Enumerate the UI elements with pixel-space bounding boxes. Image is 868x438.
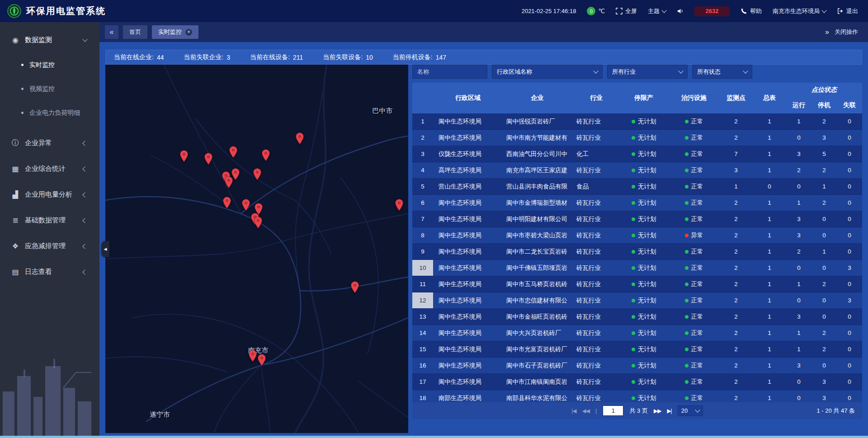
running-cell: 3	[786, 211, 811, 227]
map-pin[interactable]	[254, 217, 263, 229]
table-row[interactable]: 2 阆中生态环境局 阆中市南方节能建材有 砖瓦行业 无计划	[412, 130, 862, 146]
next-page-button[interactable]: ▶▶	[654, 408, 661, 414]
map-pin[interactable]	[351, 281, 359, 293]
map-pin[interactable]	[262, 149, 270, 161]
map-pin[interactable]	[395, 199, 403, 211]
monitors-cell: 2	[719, 260, 753, 276]
org-selector[interactable]: 南充市生态环境局	[773, 7, 826, 15]
name-filter-input[interactable]	[412, 65, 487, 79]
table-row[interactable]: 4 高坪生态环境局 南充市高坪区王家店建 砖瓦行业 无计划	[412, 162, 862, 179]
region-filter-select[interactable]: 行政区域名称	[492, 65, 603, 79]
fullscreen-button[interactable]: 全屏	[616, 7, 637, 15]
chevron-down-icon	[695, 407, 700, 412]
tab[interactable]: 实时监控 ×	[152, 25, 198, 39]
tab-scroll-left-button[interactable]: «	[105, 25, 118, 39]
table-row[interactable]: 14 阆中生态环境局 阆中大兴页岩机砖厂 砖瓦行业 无计划	[412, 325, 862, 341]
sidebar: ◉ 数据监测 实时监控 视频监控 企业	[0, 22, 99, 436]
map-pin[interactable]	[248, 350, 257, 362]
alarm-count[interactable]: 2632	[694, 6, 730, 16]
map-pin[interactable]	[253, 168, 261, 180]
stopped-cell: 0	[811, 309, 837, 325]
first-page-button[interactable]: |◀	[571, 408, 576, 414]
sidebar-item[interactable]: ▤ 日志查看	[0, 259, 99, 285]
region-cell: 南部生态环境局	[433, 390, 501, 402]
tab[interactable]: 首页	[123, 25, 147, 39]
chevron-icon	[82, 269, 87, 274]
sidebar-item[interactable]: ▦ 企业综合统计	[0, 156, 99, 182]
map-collapse-handle[interactable]: ◀	[101, 241, 109, 257]
table-row[interactable]: 15 阆中生态环境局 阆中市光富页岩机砖厂 砖瓦行业 无计划	[412, 341, 862, 358]
column-header-enterprise: 企业	[501, 83, 572, 113]
table-row[interactable]: 18 南部生态环境局 南部县科华水泥有限公 砖瓦行业 无计划	[412, 390, 862, 402]
map-pin[interactable]	[296, 132, 304, 145]
table-row[interactable]: 17 阆中生态环境局 阆中市江南镇阆南页岩 砖瓦行业 无计划	[412, 374, 862, 390]
table-row[interactable]: 11 阆中生态环境局 阆中市五马桥页岩机砖 砖瓦行业 无计划	[412, 276, 862, 292]
theme-selector[interactable]: 主题	[648, 7, 666, 15]
status-dot	[685, 234, 689, 237]
enterprise-cell: 阆中千佛镇五郎垭页岩	[501, 260, 572, 276]
map-pin[interactable]	[225, 176, 233, 188]
map-canvas[interactable]: 巴中市 南充市 遂宁市	[105, 65, 408, 433]
table-row[interactable]: 16 阆中生态环境局 阆中市石子页岩机砖厂 砖瓦行业 无计划	[412, 358, 862, 374]
industry-cell: 食品	[572, 179, 619, 194]
curtailment-cell: 无计划	[619, 260, 669, 276]
stopped-cell: 1	[811, 244, 837, 259]
table-row[interactable]: 10 阆中生态环境局 阆中千佛镇五郎垭页岩 砖瓦行业 无计划	[412, 260, 862, 276]
sidebar-item[interactable]: 实时监控	[0, 53, 99, 77]
table-row[interactable]: 8 阆中生态环境局 阆中市枣碧大梁山页岩 砖瓦行业 无计划	[412, 227, 862, 244]
sidebar-item[interactable]: ▟ 企业用电量分析	[0, 182, 99, 207]
last-page-button[interactable]: ▶|	[667, 408, 671, 414]
map-pin[interactable]	[223, 197, 231, 209]
page-size-select[interactable]: 20	[678, 405, 703, 416]
industry-filter-select[interactable]: 所有行业	[607, 65, 688, 79]
close-operations-button[interactable]: 关闭操作	[835, 28, 858, 36]
pin-icon	[253, 168, 261, 180]
sidebar-item[interactable]: ❖ 应急减排管理	[0, 233, 99, 259]
table-row[interactable]: 6 阆中生态环境局 阆中市金博瑞新型墙材 砖瓦行业 无计划	[412, 195, 862, 211]
curtailment-text: 无计划	[638, 280, 656, 288]
map-panel[interactable]: 巴中市 南充市 遂宁市	[105, 65, 408, 433]
tab-close-icon[interactable]: ×	[185, 29, 192, 36]
curtailment-cell: 无计划	[619, 162, 669, 178]
region-cell: 阆中生态环境局	[433, 130, 501, 146]
map-pin[interactable]	[180, 150, 189, 162]
sidebar-item[interactable]: ≣ 基础数据管理	[0, 207, 99, 233]
facility-text: 正常	[691, 280, 703, 288]
map-pin[interactable]	[229, 146, 237, 158]
sidebar-item[interactable]: ◉ 数据监测	[0, 27, 99, 53]
region-cell: 阆中生态环境局	[433, 309, 501, 325]
map-pin[interactable]	[204, 153, 212, 165]
table-row[interactable]: 13 阆中生态环境局 阆中市金福旺页岩机砖 砖瓦行业 无计划	[412, 309, 862, 325]
region-cell: 高坪生态环境局	[433, 162, 501, 178]
curtailment-text: 无计划	[638, 264, 656, 272]
table-row[interactable]: 12 阆中生态环境局 阆中市忠信建材有限公 砖瓦行业 无计划	[412, 292, 862, 309]
sidebar-item[interactable]: ⓘ 企业异常	[0, 130, 99, 156]
monitors-cell: 2	[719, 195, 753, 211]
table-row[interactable]: 9 阆中生态环境局 阆中市二龙长宝页岩砖 砖瓦行业 无计划	[412, 244, 862, 260]
tab-scroll-right-button[interactable]: »	[825, 28, 829, 36]
industry-cell: 砖瓦行业	[572, 130, 619, 146]
prev-page-button[interactable]: ◀◀	[582, 408, 590, 414]
table-row[interactable]: 7 阆中生态环境局 阆中明阳建材有限公司 砖瓦行业 无计划	[412, 211, 862, 227]
page-input[interactable]	[603, 405, 623, 416]
table-row[interactable]: 3 仪陇生态环境局 西南油气田分公司川中 化工 无计划	[412, 146, 862, 162]
bottom-scrollbar[interactable]	[0, 436, 868, 438]
announcement-button[interactable]	[677, 8, 684, 14]
stat-label: 当前停机设备:	[393, 53, 433, 61]
help-button[interactable]: 帮助	[741, 7, 762, 15]
table-row[interactable]: 5 营山生态环境局 营山县润丰肉食品有限 食品 无计划	[412, 179, 862, 195]
pin-icon	[229, 146, 237, 158]
pin-icon	[204, 153, 212, 165]
sidebar-item-label: 企业用电量分析	[25, 190, 72, 199]
table-row[interactable]: 1 阆中生态环境局 阆中强锐页岩砖厂 砖瓦行业 无计划	[412, 113, 862, 130]
map-pin[interactable]	[241, 199, 250, 211]
status-filter-select[interactable]: 所有状态	[692, 65, 752, 79]
column-header-running: 运行	[786, 97, 811, 113]
stopped-cell: 0	[811, 211, 837, 227]
sidebar-item[interactable]: 视频监控	[0, 77, 99, 101]
stat-value: 211	[293, 54, 303, 61]
logout-button[interactable]: 退出	[837, 7, 858, 15]
curtailment-text: 无计划	[638, 329, 656, 337]
sidebar-item[interactable]: 企业电力负荷明细	[0, 101, 99, 125]
map-pin[interactable]	[258, 354, 266, 366]
